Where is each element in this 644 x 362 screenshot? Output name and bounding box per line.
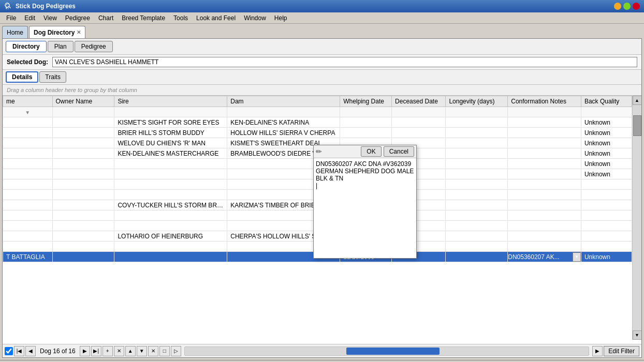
h-scroll-right-btn[interactable]: ▶: [592, 346, 603, 356]
table-cell: [52, 117, 114, 128]
sub-tab-directory[interactable]: Directory: [6, 41, 47, 52]
menu-look-and-feel[interactable]: Look and Feel: [192, 13, 240, 23]
col-header-deceased[interactable]: Deceased Date: [392, 96, 446, 107]
table-cell: [52, 190, 114, 200]
table-cell: [114, 190, 227, 200]
table-cell: [3, 242, 53, 252]
nav-clear-btn[interactable]: ✕: [148, 346, 158, 356]
conformation-value: DN05360207 AK...: [508, 253, 573, 261]
detail-tab-traits[interactable]: Traits: [39, 71, 66, 83]
tab-close-icon[interactable]: ✕: [77, 29, 81, 35]
table-cell: [581, 242, 632, 252]
table-cell: [52, 159, 114, 169]
menu-pedigree[interactable]: Pedigree: [61, 13, 94, 23]
popup-ok-button[interactable]: OK: [361, 146, 381, 157]
nav-next-btn[interactable]: ▶: [80, 346, 90, 356]
vertical-scrollbar[interactable]: ▲ ▼: [632, 96, 641, 340]
filter-deceased-cell: [392, 107, 446, 117]
menu-chart[interactable]: Chart: [94, 13, 118, 23]
table-cell: [52, 128, 114, 138]
table-cell: Unknown: [581, 159, 632, 169]
table-cell: [446, 242, 508, 252]
nav-dog-info: Dog 16 of 16: [37, 348, 79, 355]
detail-tab-details[interactable]: Details: [6, 71, 38, 83]
col-header-conformation[interactable]: Conformation Notes: [508, 96, 581, 107]
nav-delete-btn[interactable]: ✕: [114, 346, 124, 356]
close-button[interactable]: [633, 3, 640, 10]
nav-arrow-btn[interactable]: ▷: [171, 346, 181, 356]
menu-file[interactable]: File: [2, 13, 20, 23]
col-header-dam[interactable]: Dam: [227, 96, 340, 107]
table-cell: [446, 138, 508, 148]
table-cell: [508, 179, 581, 190]
col-header-whelping[interactable]: Whelping Date: [340, 96, 392, 107]
table-cell: [114, 242, 227, 252]
conformation-popup[interactable]: ✏ OK Cancel: [313, 145, 417, 259]
maximize-button[interactable]: [623, 3, 631, 10]
popup-text-area[interactable]: [314, 158, 416, 257]
popup-cancel-button[interactable]: Cancel: [384, 146, 414, 157]
horizontal-scrollbar[interactable]: [184, 346, 590, 356]
table-cell: [446, 221, 508, 231]
edit-filter-button[interactable]: Edit Filter: [604, 346, 639, 356]
table-cell: [392, 117, 446, 128]
tab-home[interactable]: Home: [2, 26, 28, 38]
conformation-dropdown[interactable]: ▼: [573, 252, 581, 262]
table-row[interactable]: BRIER HILL'S STORM BUDDYHOLLOW HILLS' SI…: [3, 128, 632, 138]
nav-prev-btn[interactable]: ◀: [25, 346, 36, 356]
menu-view[interactable]: View: [39, 13, 61, 23]
scroll-up-btn[interactable]: ▲: [633, 96, 642, 105]
table-cell: [3, 159, 53, 169]
table-cell: Unknown: [581, 128, 632, 138]
table-cell: [392, 128, 446, 138]
sub-tab-bar: Directory Plan Pedigree: [3, 39, 641, 55]
tab-dog-directory[interactable]: Dog Directory ✕: [29, 26, 85, 38]
menu-breed-template[interactable]: Breed Template: [118, 13, 169, 23]
back-quality-cell: Unknown: [581, 252, 632, 262]
table-row[interactable]: KISMET'S SIGHT FOR SORE EYESKEN-DELAINE'…: [3, 117, 632, 128]
nav-square-btn[interactable]: □: [159, 346, 170, 356]
menu-help[interactable]: Help: [270, 13, 291, 23]
minimize-button[interactable]: [614, 3, 621, 10]
col-header-owner[interactable]: Owner Name: [52, 96, 114, 107]
col-header-back-quality[interactable]: Back Quality: [581, 96, 632, 107]
table-cell: [446, 128, 508, 138]
tab-dog-directory-label: Dog Directory: [34, 29, 75, 36]
col-header-name[interactable]: me: [3, 96, 53, 107]
table-cell: [52, 148, 114, 159]
conformation-cell[interactable]: DN05360207 AK...▼: [508, 252, 581, 262]
sub-tab-plan[interactable]: Plan: [48, 41, 74, 52]
table-cell: [508, 159, 581, 169]
scroll-thumb[interactable]: [633, 115, 641, 136]
table-cell: BRIER HILL'S STORM BUDDY: [114, 128, 227, 138]
filter-checkbox-cell: ▼: [3, 107, 53, 117]
menu-tools[interactable]: Tools: [169, 13, 192, 23]
scroll-down-btn[interactable]: ▼: [633, 330, 642, 340]
nav-add-btn[interactable]: +: [103, 346, 113, 356]
col-header-sire[interactable]: Sire: [114, 96, 227, 107]
table-cell: WELOVE DU CHIEN'S 'R' MAN: [114, 138, 227, 148]
menu-edit[interactable]: Edit: [20, 13, 39, 23]
table-cell: [3, 169, 53, 179]
scroll-track[interactable]: [633, 105, 642, 330]
table-cell: [446, 148, 508, 159]
nav-up-btn[interactable]: ▲: [125, 346, 136, 356]
table-cell: HOLLOW HILLS' SIERRA V CHERPA: [227, 128, 340, 138]
svg-point-0: [5, 3, 9, 7]
sub-tab-pedigree[interactable]: Pedigree: [75, 41, 113, 52]
nav-last-btn[interactable]: ▶|: [91, 346, 101, 356]
nav-first-btn[interactable]: |◀: [14, 346, 24, 356]
menu-window[interactable]: Window: [240, 13, 270, 23]
table-cell: [508, 210, 581, 221]
detail-tab-bar: Details Traits: [3, 70, 641, 85]
table-cell: KEN-DELAINE'S KATARINA: [227, 117, 340, 128]
nav-checkbox[interactable]: [5, 347, 13, 355]
popup-toolbar: ✏ OK Cancel: [314, 145, 416, 158]
table-cell: Unknown: [581, 148, 632, 159]
table-cell: [114, 159, 227, 169]
app-icon: [4, 2, 12, 10]
table-cell: [446, 169, 508, 179]
col-header-longevity[interactable]: Longevity (days): [446, 96, 508, 107]
table-cell: [3, 231, 53, 242]
nav-down-btn[interactable]: ▼: [137, 346, 147, 356]
